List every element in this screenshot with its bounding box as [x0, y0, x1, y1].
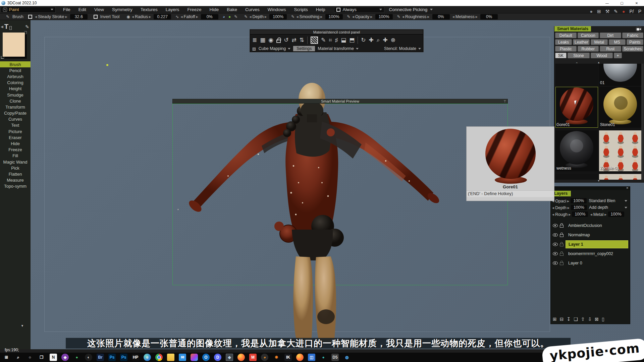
color-swatch[interactable] [3, 33, 25, 57]
bridge-icon[interactable]: Br [97, 354, 104, 361]
layer-row-boomer-copy[interactable]: boomerrrrrrrrrr_copy002 [551, 249, 630, 258]
blend-mode-dropdown[interactable]: Standard Blen [589, 198, 629, 203]
layer-row-layer1[interactable]: Layer 1 [551, 240, 630, 249]
save-icon[interactable]: ⬓ [341, 37, 346, 43]
layer-depth-label[interactable]: Depth [552, 205, 570, 210]
tool-item-freeze[interactable]: Freeze [0, 147, 31, 153]
tool-item-measure[interactable]: Measure [0, 177, 31, 183]
notion-icon[interactable]: N [50, 354, 57, 361]
start-button[interactable]: ⊞ [3, 354, 10, 361]
menu-freeze[interactable]: Freeze [187, 7, 201, 12]
depth-value[interactable]: 100% [269, 14, 287, 19]
category-plastic[interactable]: Plastic [555, 46, 577, 52]
category-leather[interactable]: Leather [573, 39, 590, 45]
move-down-icon[interactable]: ⇩ [588, 316, 592, 322]
metalness-label[interactable]: Metalness [452, 14, 478, 19]
menu-file[interactable]: File [63, 7, 70, 12]
zoom-icon[interactable]: ⌕ [377, 37, 380, 43]
always-dropdown[interactable]: Always [334, 7, 384, 13]
panel-title[interactable]: Material/stencil control panel [250, 30, 423, 35]
category-leaks[interactable]: Leaks [555, 39, 572, 45]
close-circle-icon[interactable]: ⊗ [391, 37, 395, 43]
lock-icon[interactable] [560, 262, 564, 265]
layer-rough-value[interactable]: 100% [572, 212, 588, 217]
menu-symmetry[interactable]: Symmetry [112, 7, 132, 12]
material-tile-wetness[interactable]: wetness [555, 130, 598, 171]
steady-stroke-value[interactable]: 32.6 [70, 14, 88, 19]
rotate-icon[interactable]: ↻ [361, 37, 366, 43]
collapse-left-icon[interactable]: ◀ [1, 25, 3, 28]
add-folder-icon[interactable]: ⊟ [560, 316, 564, 322]
depth-mode-dropdown[interactable]: Add depth [589, 205, 629, 210]
grid-large-icon[interactable]: ♯ [335, 37, 338, 43]
layer-opacity-label[interactable]: Opaci [552, 198, 569, 203]
radius-label[interactable]: Radius [132, 14, 151, 19]
menu-help[interactable]: Help [316, 7, 325, 12]
lock-icon[interactable] [276, 40, 281, 43]
app-dark-icon[interactable]: ◐ [85, 354, 92, 361]
app-blue-icon[interactable]: ◫ [308, 354, 315, 361]
tool-item-transform[interactable]: Transform [0, 104, 31, 110]
picking-mode-dropdown[interactable]: Connective Picking [389, 7, 433, 12]
steady-stroke-checkbox[interactable] [28, 15, 32, 19]
p-icon[interactable]: P [638, 9, 641, 14]
grid-icon[interactable]: ▦ [260, 37, 265, 43]
steady-stroke-label[interactable]: Steady Stroke [35, 14, 67, 19]
import-layer-icon[interactable]: ↧ [567, 316, 571, 322]
menu-scripts[interactable]: Scripts [294, 7, 308, 12]
app-d5-icon[interactable]: D5 [331, 354, 339, 361]
swap-horizontal-icon[interactable]: ⇄ [291, 37, 296, 43]
visibility-eye-icon[interactable] [553, 252, 558, 255]
pen-pressure-icon[interactable]: ✎ [347, 14, 351, 19]
pencil-icon[interactable]: ✎ [25, 24, 29, 29]
metalness-value[interactable]: 0% [480, 14, 498, 19]
category-paints[interactable]: Paints [627, 39, 643, 45]
opacity-label[interactable]: Opacity [352, 14, 373, 19]
tool-item-pick[interactable]: Pick [0, 165, 31, 171]
category-rust[interactable]: Rust [600, 46, 621, 52]
material-tile-stone01[interactable]: Stone01 [599, 87, 642, 128]
lock-icon[interactable] [560, 225, 564, 228]
pen-pressure-icon[interactable]: ✎ [244, 14, 248, 19]
search-icon[interactable]: ⌕ [14, 354, 22, 361]
menu-textures[interactable]: Textures [141, 7, 158, 12]
file-explorer-icon[interactable] [167, 354, 174, 361]
layer-metal-label[interactable]: Metal [590, 212, 606, 217]
depth-label[interactable]: Depth [249, 14, 267, 19]
app-teal-icon[interactable]: ● [320, 354, 327, 361]
tool-item-pencil[interactable]: Pencil [0, 67, 31, 73]
smoothing-label[interactable]: Smoothing [296, 14, 322, 19]
material-empty-slot[interactable] [555, 64, 598, 86]
text-tool-icon[interactable]: T [4, 23, 8, 31]
customize-tools-icon[interactable]: ⚒ [605, 9, 610, 14]
sliders-icon[interactable]: ≣ [252, 37, 257, 43]
pen-pressure-icon[interactable]: ✎ [291, 14, 294, 19]
lock-icon[interactable] [560, 253, 564, 256]
trash-icon[interactable]: ▯ [602, 316, 604, 322]
mail-icon[interactable]: ✉ [179, 354, 186, 361]
category-stone[interactable]: Stone [568, 53, 590, 58]
tool-item-eraser[interactable]: Eraser [0, 134, 31, 140]
tool-item-brush[interactable]: Brush [0, 61, 31, 67]
app-green-icon[interactable]: ● [73, 354, 80, 361]
reset-rotation-icon[interactable]: ↺ [284, 37, 288, 43]
active-3dcoat-icon[interactable]: ◆ [226, 354, 233, 361]
photoshop-icon[interactable]: Ps [120, 354, 127, 361]
menu-edit[interactable]: Edit [78, 7, 86, 12]
move-up-icon[interactable]: ⇧ [581, 316, 585, 322]
panels-icon[interactable]: ⊞ [597, 9, 601, 14]
pin-icon[interactable]: ⊤ [503, 100, 506, 104]
visibility-eye-icon[interactable] [553, 224, 558, 227]
move-icon[interactable]: ✚ [369, 37, 374, 43]
tool-item-smudge[interactable]: Smudge [0, 92, 31, 98]
tool-item-coloring[interactable]: Coloring [0, 80, 31, 86]
category-ms[interactable]: MS [609, 39, 626, 45]
roughness-value[interactable]: 0% [432, 14, 450, 19]
chrome-icon[interactable] [155, 354, 163, 361]
material-transform-dropdown[interactable]: Material transforme [318, 46, 359, 51]
menu-bake[interactable]: Bake [227, 7, 237, 12]
material-ball-icon[interactable]: ● [622, 9, 625, 14]
tool-item-flatten[interactable]: Flatten [0, 171, 31, 177]
falloff-label[interactable]: Falloff [180, 14, 198, 19]
invert-tool-checkbox[interactable] [94, 15, 98, 19]
